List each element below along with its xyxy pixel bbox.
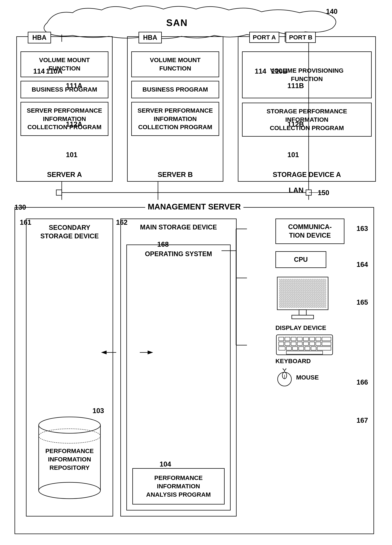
keyboard-container: KEYBOARD [276, 334, 366, 365]
svg-rect-32 [297, 337, 302, 341]
server-a-business-label: BUSINESS PROGRAM [32, 86, 97, 93]
server-a-hba-box: HBA [28, 32, 51, 43]
svg-rect-39 [291, 342, 296, 346]
svg-rect-49 [305, 347, 310, 350]
san-label: SAN [166, 17, 188, 28]
server-b-box: HBA 110B 114 111B VOLUME MOUNTFUNCTION 1… [127, 36, 223, 182]
mouse-container: MOUSE [276, 368, 366, 386]
keyboard-ref: 166 [357, 378, 368, 386]
server-a-perf-box: SERVER PERFORMANCEINFORMATIONCOLLECTION … [20, 102, 108, 136]
svg-rect-31 [291, 337, 296, 341]
perf-repo-ref: 103 [93, 407, 104, 415]
svg-rect-43 [316, 342, 321, 346]
svg-rect-26 [299, 310, 306, 315]
svg-rect-9 [56, 190, 62, 195]
svg-rect-40 [297, 342, 302, 346]
svg-rect-37 [279, 342, 284, 346]
storage-a-vol-prov-box: VOLUME PROVISIONINGFUNCTION [242, 51, 372, 98]
server-b-volume-mount-label: VOLUME MOUNTFUNCTION [150, 56, 201, 72]
display-svg [276, 275, 330, 322]
perf-analysis-ref: 104 [159, 460, 171, 468]
server-a-volume-mount-box: VOLUME MOUNTFUNCTION [20, 51, 108, 77]
server-a-business-box: BUSINESS PROGRAM [20, 81, 108, 98]
right-components: 163 COMMUNICA-TION DEVICE 164 CPU 165 [276, 218, 366, 386]
storage-a-port-b-label: PORT B [289, 34, 312, 41]
mgmt-title: MANAGEMENT SERVER [145, 202, 244, 211]
svg-rect-36 [322, 337, 331, 341]
svg-rect-42 [310, 342, 315, 346]
mouse-svg [276, 368, 294, 386]
cpu-ref: 164 [357, 261, 368, 268]
svg-rect-30 [285, 337, 290, 341]
svg-rect-41 [303, 342, 308, 346]
svg-rect-27 [292, 315, 313, 319]
storage-a-port-b-box: PORT B [286, 32, 316, 43]
svg-rect-25 [279, 279, 326, 308]
cylinder-container: 103 PERFORMANCEINFORMATIONREPOSITORY [37, 414, 102, 502]
server-a-volume-mount-label: VOLUME MOUNTFUNCTION [39, 56, 90, 72]
svg-rect-35 [316, 337, 321, 341]
display-label: DISPLAY DEVICE [276, 324, 341, 331]
perf-repo-label: PERFORMANCEINFORMATIONREPOSITORY [37, 447, 102, 472]
keyboard-svg [276, 334, 334, 356]
san-ref: 140 [326, 8, 337, 15]
display-ref: 165 [357, 298, 368, 306]
perf-analysis-box: PERFORMANCEINFORMATIONANALYSIS PROGRAM [132, 468, 225, 504]
keyboard-label: KEYBOARD [276, 358, 366, 365]
svg-rect-48 [299, 347, 304, 350]
comm-device-ref: 163 [357, 225, 368, 233]
server-a-label: SERVER A [47, 171, 82, 179]
server-a-perf-label: SERVER PERFORMANCEINFORMATIONCOLLECTION … [27, 107, 102, 131]
storage-a-perf-box: STORAGE PERFORMANCEINFORMATIONCOLLECTION… [242, 103, 372, 137]
lan-label: LAN [289, 186, 304, 194]
storage-a-vol-prov-label: VOLUME PROVISIONINGFUNCTION [270, 67, 343, 82]
os-label: OPERATING SYSTEM [127, 245, 230, 258]
svg-rect-34 [310, 337, 315, 341]
svg-rect-45 [279, 347, 285, 350]
cpu-box: CPU [276, 251, 326, 268]
server-b-hba-box: HBA [139, 32, 162, 43]
svg-point-56 [283, 368, 286, 370]
main-storage-box: MAIN STORAGE DEVICE 168 OPERATING SYSTEM… [120, 218, 237, 516]
mouse-label: MOUSE [296, 374, 319, 381]
storage-a-port-a-label: PORT A [253, 34, 276, 41]
mouse-ref: 167 [357, 417, 368, 424]
svg-rect-46 [286, 347, 291, 350]
svg-rect-29 [279, 337, 284, 341]
server-a-perf-ref: 101 [66, 151, 77, 159]
server-b-perf-box: SERVER PERFORMANCEINFORMATIONCOLLECTION … [131, 102, 219, 136]
svg-rect-10 [306, 190, 311, 195]
server-b-business-box: BUSINESS PROGRAM [131, 81, 219, 98]
os-box: OPERATING SYSTEM 104 PERFORMANCEINFORMAT… [126, 245, 231, 510]
svg-rect-33 [303, 337, 308, 341]
lan-ref: 150 [318, 189, 329, 197]
server-a-biz-ref: 112A [66, 120, 82, 128]
comm-device-label: COMMUNICA-TION DEVICE [288, 223, 332, 239]
svg-rect-44 [322, 342, 331, 346]
san-cloud: SAN [36, 11, 318, 35]
storage-a-label: STORAGE DEVICE A [273, 171, 341, 179]
storage-a-port-a-box: PORT A [249, 32, 279, 43]
comm-device-box: COMMUNICA-TION DEVICE [276, 218, 344, 244]
server-b-perf-label: SERVER PERFORMANCEINFORMATIONCOLLECTION … [138, 107, 213, 131]
svg-point-22 [39, 482, 100, 499]
server-b-business-label: BUSINESS PROGRAM [142, 86, 208, 93]
diagram-container: SAN 140 HBA 110A 114 111A VOLUME MOUNTFU… [0, 0, 392, 545]
display-device-container: DISPLAY DEVICE [276, 275, 341, 331]
secondary-storage-label: SECONDARYSTORAGE DEVICE [26, 219, 113, 241]
perf-analysis-label: PERFORMANCEINFORMATIONANALYSIS PROGRAM [146, 474, 211, 498]
cpu-label: CPU [294, 256, 308, 263]
svg-rect-50 [311, 347, 316, 350]
server-a-hba-label: HBA [32, 34, 47, 41]
svg-rect-51 [317, 347, 331, 350]
server-a-box: HBA 110A 114 111A VOLUME MOUNTFUNCTION 1… [16, 36, 113, 182]
secondary-storage-box: SECONDARYSTORAGE DEVICE 103 PERFORMANCEI… [26, 218, 113, 516]
main-storage-label: MAIN STORAGE DEVICE [121, 219, 236, 231]
storage-a-perf-label: STORAGE PERFORMANCEINFORMATIONCOLLECTION… [267, 108, 347, 131]
svg-rect-52 [286, 351, 323, 354]
server-b-volume-mount-box: VOLUME MOUNTFUNCTION [131, 51, 219, 77]
svg-rect-47 [293, 347, 298, 350]
server-b-label: SERVER B [158, 171, 193, 179]
server-b-hba-label: HBA [143, 34, 157, 41]
svg-rect-38 [285, 342, 290, 346]
